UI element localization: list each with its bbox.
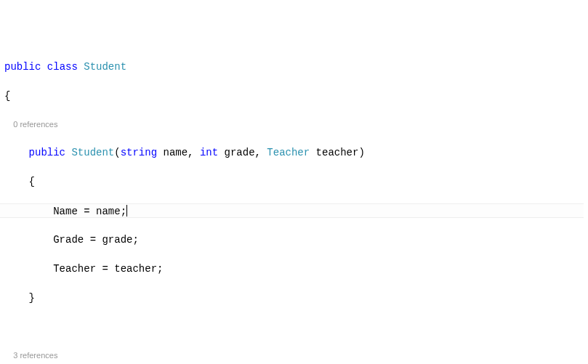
property-ref: Teacher (53, 263, 96, 275)
local-ref: grade (102, 234, 132, 246)
brace-close: } (29, 292, 35, 304)
code-line[interactable]: public class Student (4, 60, 588, 74)
type-student: Student (84, 61, 126, 73)
keyword-class: class (47, 61, 78, 73)
constructor-name: Student (71, 147, 114, 158)
keyword-string: string (121, 147, 157, 158)
codelens-references[interactable]: 3 references (4, 349, 588, 362)
brace-open: { (4, 90, 10, 102)
code-line-active[interactable]: Name = name; (0, 203, 584, 218)
local-ref: name (96, 206, 121, 217)
property-ref: Name (53, 206, 78, 217)
text-cursor (126, 205, 127, 217)
code-line[interactable]: public Student(string name, int grade, T… (4, 145, 588, 160)
code-line[interactable]: { (4, 174, 588, 189)
codelens-references[interactable]: 0 references (4, 118, 588, 131)
keyword-public: public (29, 147, 65, 158)
codelens-text: 3 references (13, 351, 57, 360)
param-name: teacher (316, 147, 359, 158)
code-line[interactable]: Grade = grade; (4, 232, 588, 247)
codelens-text: 0 references (13, 120, 57, 129)
code-line[interactable]: { (4, 89, 588, 103)
code-line[interactable]: Teacher = teacher; (4, 262, 588, 276)
param-name: grade (225, 147, 255, 158)
keyword-int: int (200, 147, 218, 158)
property-ref: Grade (53, 234, 84, 246)
local-ref: teacher (114, 263, 157, 275)
code-line-blank[interactable] (4, 320, 588, 334)
param-name: name (163, 147, 188, 158)
keyword-public: public (4, 61, 41, 73)
type-teacher: Teacher (267, 147, 310, 158)
code-line[interactable]: } (4, 291, 588, 305)
brace-open: { (29, 176, 35, 187)
